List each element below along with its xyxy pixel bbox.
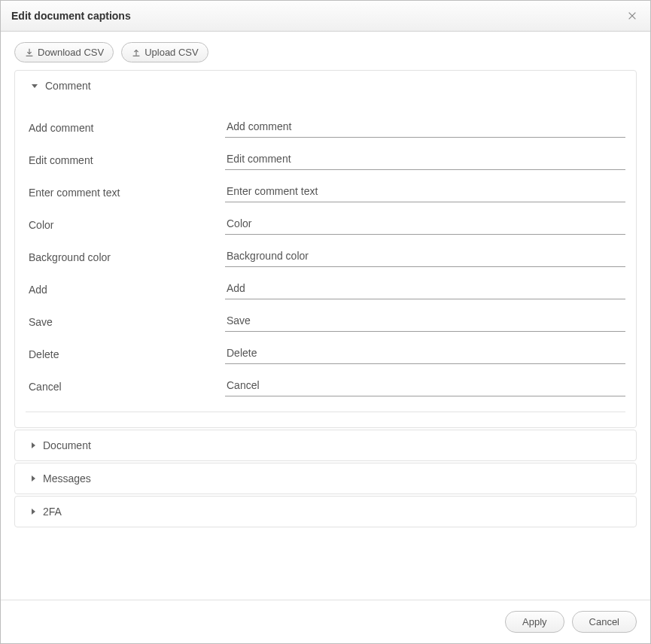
section-2fa: 2FA [14,496,637,527]
caption-row: Background color [26,235,625,267]
separator [26,412,625,412]
caption-row: Add [26,267,625,299]
caption-input-delete[interactable] [225,342,625,364]
section-2fa-header[interactable]: 2FA [15,497,636,527]
caption-label: Delete [26,347,225,360]
apply-button[interactable]: Apply [505,611,564,633]
dialog-body[interactable]: Download CSV Upload CSV Comment Add comm… [1,32,650,600]
caption-input-background-color[interactable] [225,245,625,267]
section-2fa-title: 2FA [43,506,62,518]
download-icon [24,47,35,58]
section-messages-title: Messages [43,472,91,485]
caption-input-color[interactable] [225,213,625,235]
caption-row: Edit comment [26,138,625,170]
section-comment: Comment Add comment Edit comment Enter [14,70,637,428]
caption-label: Enter comment text [26,185,225,199]
dialog-title: Edit document captions [11,10,131,22]
caret-right-icon [32,442,35,448]
upload-csv-label: Upload CSV [144,47,199,58]
caption-input-edit-comment[interactable] [225,148,625,170]
caption-row: Delete [26,332,625,364]
caret-right-icon [32,509,35,515]
caption-row: Enter comment text [26,170,625,202]
caption-label: Add [26,282,225,296]
caption-input-cancel[interactable] [225,375,625,396]
caption-label: Background color [26,250,225,263]
edit-captions-dialog: Edit document captions Download CSV Uplo… [0,0,651,644]
section-comment-content: Add comment Edit comment Enter comment t… [15,101,636,427]
close-button[interactable] [625,8,640,23]
caption-label: Color [26,217,225,231]
caret-down-icon [32,84,38,88]
download-csv-button[interactable]: Download CSV [14,42,114,62]
caption-input-save[interactable] [225,310,625,332]
section-comment-header[interactable]: Comment [15,71,636,101]
close-icon [627,11,637,21]
section-comment-title: Comment [45,80,91,92]
dialog-footer: Apply Cancel [1,600,650,643]
caption-row: Cancel [26,364,625,396]
dialog-header: Edit document captions [1,1,650,32]
section-document-header[interactable]: Document [15,430,636,460]
caption-label: Edit comment [26,153,225,166]
caption-label: Add comment [26,120,225,134]
caption-input-add-comment[interactable] [225,116,625,138]
upload-icon [131,47,141,58]
caption-input-add[interactable] [225,278,625,299]
caption-row: Save [26,299,625,332]
section-document-title: Document [43,439,91,451]
section-document: Document [14,430,637,461]
caption-row: Add comment [26,105,625,138]
caption-label: Cancel [26,379,225,393]
caption-input-enter-comment-text[interactable] [225,181,625,202]
caption-row: Color [26,202,625,235]
upload-csv-button[interactable]: Upload CSV [121,42,208,62]
toolbar: Download CSV Upload CSV [14,42,637,62]
cancel-button[interactable]: Cancel [572,611,637,633]
section-messages: Messages [14,463,637,494]
caret-right-icon [32,475,35,481]
caption-label: Save [26,314,225,328]
download-csv-label: Download CSV [38,47,104,58]
section-messages-header[interactable]: Messages [15,463,636,494]
